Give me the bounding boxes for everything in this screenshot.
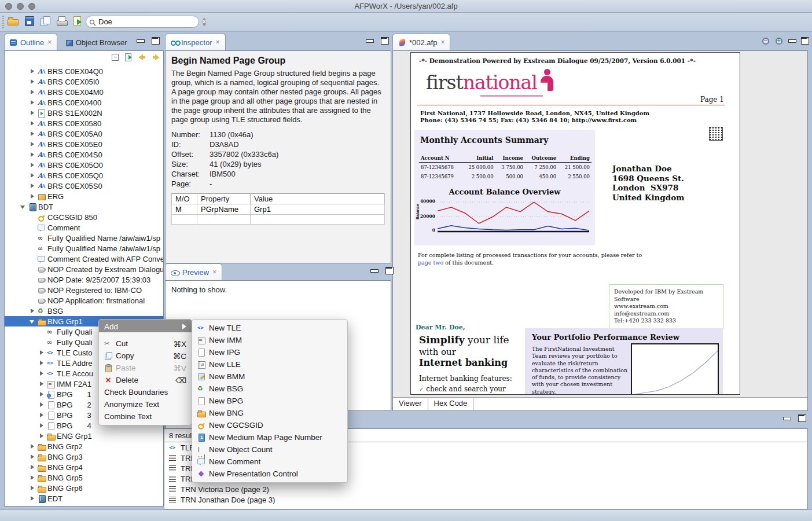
disclosure-triangle-icon[interactable] (38, 401, 45, 408)
tree-item-brs-c0ex04m0[interactable]: BRS C0EX04M0 (5, 87, 163, 97)
tree-item-nop-application-firstnational[interactable]: NOP Application: firstnational (5, 295, 163, 306)
viewer-tab-viewer[interactable]: Viewer (393, 398, 428, 411)
tree-item-bng-grp5[interactable]: BNG Grp5 (5, 472, 163, 483)
menu-item-add[interactable]: Add (99, 320, 192, 332)
tree-item-erg[interactable]: ERG (5, 191, 163, 201)
tree-item-cgcsgid-850[interactable]: CGCSGID 850 (5, 212, 163, 222)
tree-item-bng-grp3[interactable]: BNG Grp3 (5, 452, 163, 462)
submenu-item-new-object-count[interactable]: New Object Count (192, 443, 347, 456)
tree-item-fully-qualified-name-aiw-aiw1-sp[interactable]: Fully Qualified Name /aiw/aiw1/sp (5, 243, 163, 254)
submenu-item-new-comment[interactable]: New Comment (192, 456, 347, 468)
result-item-trn-victoria-doe-page-2[interactable]: TRN Victoria Doe (page 2) (164, 484, 807, 494)
tree-item-brs-c0ex04q0[interactable]: BRS C0EX04Q0 (5, 66, 163, 76)
tree-item-brs-c0ex05e0[interactable]: BRS C0EX05E0 (5, 139, 163, 149)
submenu-item-new-lle[interactable]: New LLE (192, 358, 347, 370)
search-input[interactable] (98, 17, 200, 26)
disclosure-triangle-icon[interactable] (29, 172, 36, 179)
disclosure-triangle-icon[interactable] (29, 141, 36, 148)
tree-item-brs-c0ex0400[interactable]: BRS C0EX0400 (5, 97, 163, 108)
tree-item-edt[interactable]: EDT (5, 493, 163, 504)
collapse-all-icon[interactable] (112, 53, 120, 61)
tree-item-nop-date-9-25-2007-15-39-03[interactable]: NOP Date: 9/25/2007 15:39:03 (5, 274, 163, 285)
disclosure-triangle-icon[interactable] (38, 412, 45, 419)
close-tab-icon[interactable]: × (47, 38, 52, 46)
submenu-item-new-ipg[interactable]: New IPG (192, 346, 347, 358)
clear-search-icon[interactable]: × (203, 18, 206, 26)
nav-right-icon[interactable] (152, 53, 160, 61)
disclosure-triangle-icon[interactable] (29, 89, 36, 96)
tab-outline[interactable]: Outline × (4, 34, 57, 50)
tree-item-comment[interactable]: Comment (5, 222, 163, 233)
disclosure-triangle-icon[interactable] (29, 109, 36, 116)
disclosure-triangle-icon[interactable] (29, 99, 36, 106)
menu-item-paste[interactable]: Paste⌘V (99, 362, 192, 374)
menu-item-cut[interactable]: Cut⌘X (99, 337, 192, 350)
disclosure-triangle-icon[interactable] (29, 453, 36, 460)
disclosure-triangle-icon[interactable] (38, 349, 45, 356)
menu-item-combine-text[interactable]: Combine Text (99, 410, 192, 423)
close-tab-icon[interactable]: × (215, 38, 219, 46)
tree-item-bsg[interactable]: BSG (5, 306, 163, 316)
minimize-panel-icon[interactable] (137, 37, 144, 44)
search-box[interactable]: × (86, 16, 199, 28)
tree-item-nop-registered-to-ibm-co[interactable]: NOP Registered to: IBM-CO (5, 285, 163, 295)
maximize-panel-icon[interactable] (381, 37, 388, 44)
tab-object-browser[interactable]: Object Browser (60, 34, 133, 51)
close-tab-icon[interactable]: × (212, 268, 216, 276)
zoom-out-icon[interactable] (762, 37, 770, 45)
result-item-trn-jonathan-doe-page-3[interactable]: TRN Jonathan Doe (page 3) (164, 494, 807, 505)
submenu-item-new-cgcsgid[interactable]: New CGCSGID (192, 419, 347, 431)
nav-left-icon[interactable] (138, 53, 146, 61)
maximize-panel-icon[interactable] (385, 267, 393, 274)
menu-item-delete[interactable]: Delete⌫ (99, 374, 192, 386)
tree-item-eng-grp1[interactable]: ENG Grp1 (5, 431, 163, 441)
disclosure-triangle-icon[interactable] (38, 370, 45, 377)
disclosure-triangle-icon[interactable] (29, 474, 36, 481)
minimize-panel-icon[interactable] (366, 37, 373, 44)
disclosure-triangle-icon[interactable] (38, 359, 45, 366)
go-into-icon[interactable] (125, 53, 133, 61)
maximize-panel-icon[interactable] (152, 37, 159, 44)
maximize-panel-icon[interactable] (798, 414, 806, 421)
menu-item-copy[interactable]: Copy⌘C (99, 350, 192, 362)
close-tab-icon[interactable]: × (440, 38, 444, 46)
minimize-panel-icon[interactable] (783, 414, 791, 421)
tab-preview[interactable]: Preview × (165, 263, 222, 280)
tree-item-brs-c0ex05i0[interactable]: BRS C0EX05I0 (5, 76, 163, 87)
viewer-tab-hex-code[interactable]: Hex Code (428, 398, 474, 411)
minimize-panel-icon[interactable] (788, 37, 796, 44)
copy-pages-icon[interactable] (40, 16, 51, 26)
zoom-in-icon[interactable] (775, 37, 783, 45)
document-viewer[interactable]: -*- Demonstration Powered by Exstream Di… (392, 50, 808, 411)
tree-item-brs-c0ex05a0[interactable]: BRS C0EX05A0 (5, 129, 163, 139)
disclosure-triangle-icon[interactable] (29, 443, 36, 450)
tree-item-brs-c0ex05q0[interactable]: BRS C0EX05Q0 (5, 170, 163, 181)
disclosure-triangle-icon[interactable] (29, 182, 36, 189)
submenu-item-new-bsg[interactable]: New BSG (192, 383, 347, 395)
tree-item-fully-qualified-name-aiw-aiw1-sp[interactable]: Fully Qualified Name /aiw/aiw1/sp (5, 233, 163, 243)
tab-002-afp[interactable]: *002.afp × (392, 34, 450, 50)
disclosure-triangle-icon[interactable] (38, 380, 45, 387)
tab-inspector[interactable]: Inspector × (165, 34, 226, 50)
submenu-item-new-bmm[interactable]: New BMM (192, 370, 347, 383)
tree-item-brs-c0ex05s0[interactable]: BRS C0EX05S0 (5, 181, 163, 191)
tree-item-brs-c0ex0580[interactable]: BRS C0EX0580 (5, 118, 163, 129)
tree-item-bng-grp2[interactable]: BNG Grp2 (5, 441, 163, 452)
tree-item-brs-s1ex002n[interactable]: BRS S1EX002N (5, 108, 163, 118)
save-icon[interactable] (24, 16, 35, 26)
open-folder-icon[interactable] (8, 16, 19, 26)
tree-item-bdt[interactable]: BDT (5, 201, 163, 212)
maximize-panel-icon[interactable] (801, 37, 809, 44)
disclosure-triangle-icon[interactable] (29, 162, 36, 168)
note-page-two-link[interactable]: page two (418, 259, 443, 266)
submenu-item-new-bng[interactable]: New BNG (192, 407, 347, 419)
disclosure-triangle-icon[interactable] (29, 464, 36, 471)
minimize-panel-icon[interactable] (370, 267, 378, 274)
submenu-item-new-imm[interactable]: New IMM (192, 334, 347, 346)
disclosure-triangle-icon[interactable] (29, 307, 36, 314)
disclosure-triangle-icon[interactable] (29, 120, 36, 127)
disclosure-triangle-icon[interactable] (29, 495, 36, 502)
toolbar-drag-handle[interactable] (2, 16, 4, 28)
tree-item-nop-created-by-exstream-dialogu[interactable]: NOP Created by Exstream Dialogu (5, 264, 163, 274)
tree-item-bng-grp6[interactable]: BNG Grp6 (5, 483, 163, 493)
